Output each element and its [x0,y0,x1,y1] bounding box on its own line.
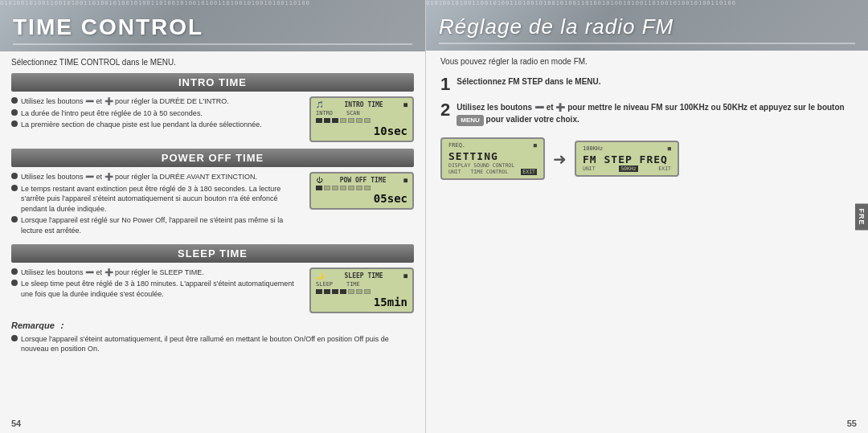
step-2-strong: Utilisez les boutons ➖ et ➕ pour mettre … [457,103,844,124]
page-number-left: 54 [11,419,21,428]
bar-seg-4 [340,186,346,190]
50khz-cursor: 50KHz [619,165,638,172]
page-container: 0101001010011001010011010010100101001101… [0,0,868,433]
remarque-section: Remarque ： Lorsque l'appareil s'éteint a… [11,320,414,354]
bullet-icon [11,185,18,191]
bar-seg-1 [316,186,322,190]
bullet-icon [11,173,18,179]
step-2-number: 2 [440,101,450,119]
remarque-bullet: Lorsque l'appareil s'éteint automatiquem… [11,334,414,354]
setting-sub-text-2: UNIT TIME CONTROL [448,169,514,175]
bar-seg-5 [348,289,354,294]
bar-seg-7 [364,289,371,294]
right-page-title: Réglage de la radio FM [439,14,855,39]
power-off-block: Utilisez les boutons ➖ et ➕ pour régler … [11,172,414,238]
freq-100khz-label: 100KHz [583,145,603,152]
left-header: 0101001010011001010011010010100101001101… [0,0,425,51]
lcd-sub-icons: INTRO SCAN [316,110,407,116]
sleep-indicator: ■ [403,272,407,280]
bar-seg-6 [356,118,362,123]
power-bullet-2: Le temps restant avant extinction peut ê… [11,184,303,214]
step-1-strong: Sélectionnez FM STEP dans le MENU. [457,77,600,86]
pow-icon: ⏻ [316,177,322,184]
step-2-text2: pour valider votre choix. [486,115,579,124]
sleep-bullet-1: Utilisez les boutons ➖ et ➕ pour régler … [11,268,303,278]
sleep-icon: 🌙 [316,272,324,280]
sleep-lcd-top: 🌙 SLEEP TIME ■ [316,272,407,280]
lcd-icon-note: 🎵 [316,101,324,108]
header-line-left [13,43,412,45]
bullet-icon [11,109,18,116]
step-2-text: Utilisez les boutons ➖ et ➕ pour mettre … [457,101,854,126]
lcd-top-row: 🎵 INTRO TIME ■ [316,101,407,108]
bar-seg-3 [332,289,338,294]
fm-step-label: FM STEP FREQ [583,153,671,165]
setting-sub-text-1: DISPLAY SOUND CONTROL [448,162,514,169]
intro-time-value: 10sec [316,125,407,137]
header-binary-right: 0101001010011001010011010010100101001101… [426,0,868,10]
setting-sub-1: DISPLAY SOUND CONTROL [448,162,537,169]
sleep-bullet-text-1: Utilisez les boutons ➖ et ➕ pour régler … [21,268,204,278]
power-bullet-3: Lorsque l'appareil est réglé sur No Powe… [11,215,303,235]
bullet-icon [11,97,18,104]
power-bullet-text-3: Lorsque l'appareil est réglé sur No Powe… [21,215,303,235]
lcd-label-intro: INTRO TIME [345,101,383,108]
exit-text: EXIT [653,165,671,172]
intro-time-text: Utilisez les boutons ➖ et ➕ pour régler … [11,96,309,132]
power-off-header: POWER OFF TIME [11,149,414,167]
setting-lcd: FREQ. ■ SETTING DISPLAY SOUND CONTROL UN… [440,137,545,180]
freq-label: FREQ. [448,142,465,149]
left-page-title: TIME CONTROL [13,14,412,40]
header-binary-left: 0101001010011001010011010010100101001101… [0,0,425,10]
lcd-bar [316,118,407,123]
fm-step-lcd: 100KHz ■ FM STEP FREQ UNIT 50KHz EXIT [575,141,679,177]
fm-step-indicator: ■ [668,145,671,152]
cursor-indicator: EXIT [521,169,537,175]
lcd-indicator: ■ [403,101,407,108]
step-1-row: 1 Sélectionnez FM STEP dans le MENU. [440,76,854,93]
right-content: Vous pouvez régler la radio en mode FM. … [426,51,868,186]
step-2-row: 2 Utilisez les boutons ➖ et ➕ pour mettr… [440,101,854,126]
arrow-icon: ➜ [553,149,567,169]
sleep-bar [316,289,407,294]
menu-button[interactable]: MENU [457,115,484,126]
bar-seg-4 [340,289,346,294]
power-bullet-text-1: Utilisez les boutons ➖ et ➕ pour régler … [21,172,257,182]
remarque-text: Lorsque l'appareil s'éteint automatiquem… [21,334,414,354]
left-page: 0101001010011001010011010010100101001101… [0,0,426,433]
left-content: Sélectionnez TIME CONTROL dans le MENU. … [0,51,425,362]
fm-step-sub-text: UNIT [583,165,604,172]
step-1-number: 1 [440,76,450,93]
right-page: 0101001010011001010011010010100101001101… [426,0,868,433]
bar-seg-6 [356,186,362,190]
power-off-text: Utilisez les boutons ➖ et ➕ pour régler … [11,172,309,238]
fm-step-sub: UNIT 50KHz EXIT [583,165,671,172]
power-bullet-text-2: Le temps restant avant extinction peut ê… [21,184,303,214]
select-menu-text: Sélectionnez TIME CONTROL dans le MENU. [11,58,414,67]
intro-time-header: INTRO TIME [11,73,414,92]
bullet-icon [11,335,18,341]
sleep-time-header: SLEEP TIME [11,244,414,263]
sleep-sub-icons: SLEEP TIME [316,281,407,288]
fm-intro-text: Vous pouvez régler la radio en mode FM. [440,57,854,66]
setting-lcd-top: FREQ. ■ [448,142,537,149]
intro-bullet-2: La durée de l'intro peut être réglée de … [11,108,303,119]
bar-seg-2 [324,289,330,294]
intro-bullet-text-3: La première section de chaque piste est … [21,120,262,130]
intro-bullet-3: La première section de chaque piste est … [11,120,303,130]
sleep-time-block: Utilisez les boutons ➖ et ➕ pour régler … [11,268,414,313]
bar-seg-3 [332,118,338,123]
fre-tab: FRE [855,203,868,230]
setting-indicator: ■ [534,142,537,149]
power-off-value: 05sec [316,192,407,205]
bar-seg-2 [324,118,330,123]
intro-time-block: Utilisez les boutons ➖ et ➕ pour régler … [11,96,414,142]
pow-lcd-top: ⏻ POW OFF TIME ■ [316,177,407,184]
bar-seg-1 [316,289,322,294]
sleep-time-value: 15min [316,296,407,308]
sleep-time-lcd: 🌙 SLEEP TIME ■ SLEEP TIME 15 [309,268,414,313]
bar-seg-7 [364,186,371,190]
sleep-bullet-text-2: Le sleep time peut être réglé de 3 à 180… [21,279,303,299]
bullet-icon [11,121,18,127]
pow-lcd-label: POW OFF TIME [340,177,387,184]
